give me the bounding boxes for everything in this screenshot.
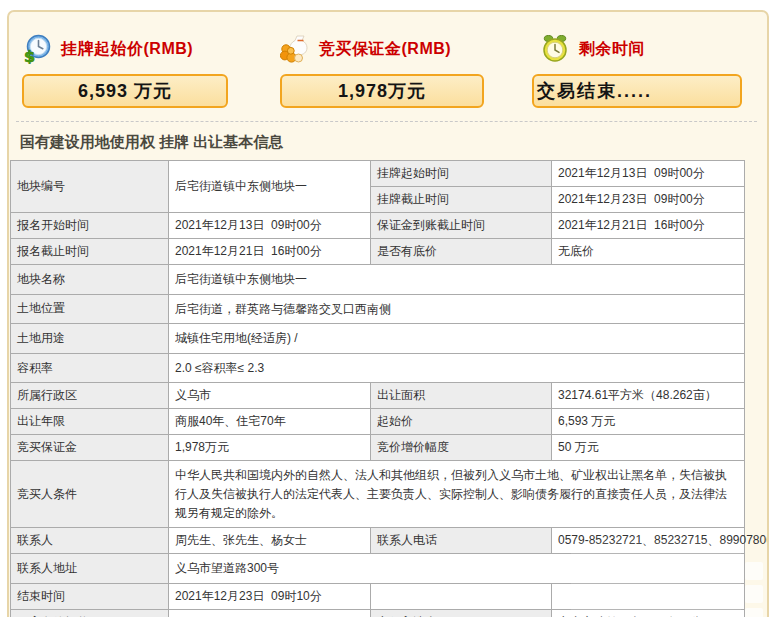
cell-value: 后宅街道镇中东侧地块一 — [169, 265, 745, 295]
table-row: 容积率2.0 ≤容积率≤ 2.3 — [11, 353, 745, 383]
cell-label: 最高有效报价 — [11, 609, 169, 617]
cell-value: 2021年12月13日 09时00分 — [552, 161, 745, 187]
cell-value: 商服40年、住宅70年 — [169, 409, 371, 435]
money-clock-icon: $ — [22, 34, 52, 64]
time-left-value-box: 交易结束..... — [532, 74, 742, 108]
cell-label: 容积率 — [11, 353, 169, 383]
cell-label: 报名截止时间 — [11, 239, 169, 265]
table-row: 地块编号后宅街道镇中东侧地块一挂牌起始时间2021年12月13日 09时00分 — [11, 161, 745, 187]
start-price-value-box: 6,593 万元 — [22, 74, 228, 108]
cell-value: 后宅街道，群英路与德馨路交叉口西南侧 — [169, 294, 745, 324]
cell-label: 竞价增价幅度 — [371, 435, 552, 461]
info-table: 地块编号后宅街道镇中东侧地块一挂牌起始时间2021年12月13日 09时00分挂… — [10, 160, 745, 617]
cell-value: 6,593 万元 — [552, 409, 745, 435]
table-row: 竞买保证金1,978万元竞价增价幅度50 万元 — [11, 435, 745, 461]
cell-label: 出让年限 — [11, 409, 169, 435]
coins-bag-icon — [280, 34, 310, 64]
watermark-block — [745, 608, 763, 617]
info-table-body: 地块编号后宅街道镇中东侧地块一挂牌起始时间2021年12月13日 09时00分挂… — [11, 161, 745, 617]
table-row: 联系人周先生、张先生、杨女士联系人电话0579-85232721、8523271… — [11, 528, 745, 554]
summary-time-left-label: 剩余时间 — [579, 39, 645, 60]
summary-start-price-header: $ 挂牌起始价(RMB) — [22, 32, 228, 66]
cell-label: 联系人 — [11, 528, 169, 554]
cell-label: 结束时间 — [11, 583, 169, 609]
summary-start-price: $ 挂牌起始价(RMB) 6,593 万元 — [22, 32, 228, 108]
deposit-value: 1,978万元 — [338, 79, 426, 103]
table-row: 出让年限商服40年、住宅70年起始价6,593 万元 — [11, 409, 745, 435]
cell-value: 后宅街道镇中东侧地块一 — [169, 161, 371, 213]
cell-value — [552, 583, 745, 609]
cell-value — [371, 583, 552, 609]
cell-label: 起始价 — [371, 409, 552, 435]
cell-label: 地块编号 — [11, 161, 169, 213]
cell-value: 2021年12月23日 09时00分 — [552, 187, 745, 213]
cell-label: 所属行政区 — [11, 383, 169, 409]
land-listing-panel: $ 挂牌起始价(RMB) 6,593 万元 — [7, 10, 769, 617]
deposit-value-box: 1,978万元 — [280, 74, 484, 108]
watermark-block — [745, 585, 763, 603]
cell-value: 2021年12月21日 16时00分 — [552, 213, 745, 239]
summary-row: $ 挂牌起始价(RMB) 6,593 万元 — [9, 12, 767, 108]
time-left-value: 交易结束..... — [537, 79, 652, 103]
watermark — [745, 562, 763, 617]
summary-deposit-label: 竞买保证金(RMB) — [319, 39, 451, 60]
table-row: 联系人地址义乌市望道路300号 — [11, 554, 745, 584]
cell-label: 竞得入选人 — [371, 609, 552, 617]
cell-value: 周先生、张先生、杨女士 — [169, 528, 371, 554]
table-row: 报名开始时间2021年12月13日 09时00分保证金到账截止时间2021年12… — [11, 213, 745, 239]
cell-label: 联系人地址 — [11, 554, 169, 584]
cell-value: 32174.61平方米（48.262亩） — [552, 383, 745, 409]
cell-label: 土地用途 — [11, 324, 169, 354]
table-row: 所属行政区义乌市出让面积32174.61平方米（48.262亩） — [11, 383, 745, 409]
cell-value: 无底价 — [552, 239, 745, 265]
summary-start-price-label: 挂牌起始价(RMB) — [61, 39, 193, 60]
cell-label: 是否有底价 — [371, 239, 552, 265]
table-row: 地块名称后宅街道镇中东侧地块一 — [11, 265, 745, 295]
cell-value: 0579-85232721、85232715、89907806 — [552, 528, 745, 554]
dashed-divider — [16, 121, 757, 122]
cell-label: 地块名称 — [11, 265, 169, 295]
cell-value: 1,978万元 — [169, 435, 371, 461]
cell-value: 2021年12月13日 09时00分 — [169, 213, 371, 239]
summary-time-left: 剩余时间 交易结束..... — [532, 32, 742, 108]
table-row: 结束时间2021年12月23日 09时10分 — [11, 583, 745, 609]
cell-value: 义乌市 — [169, 383, 371, 409]
cell-label: 竞买保证金 — [11, 435, 169, 461]
table-row: 报名截止时间2021年12月21日 16时00分是否有底价无底价 — [11, 239, 745, 265]
summary-time-left-header: 剩余时间 — [532, 32, 742, 66]
start-price-value: 6,593 万元 — [78, 79, 172, 103]
cell-label: 出让面积 — [371, 383, 552, 409]
table-row: 土地用途城镇住宅用地(经适房) / — [11, 324, 745, 354]
table-row: 土地位置后宅街道，群英路与德馨路交叉口西南侧 — [11, 294, 745, 324]
cell-value: 6,593 万元 — [169, 609, 371, 617]
cell-value: 2021年12月23日 09时10分 — [169, 583, 371, 609]
table-row: 最高有效报价6,593 万元竞得入选人义乌市建筑工务管理有限公司 — [11, 609, 745, 617]
summary-deposit: 竞买保证金(RMB) 1,978万元 — [280, 32, 484, 108]
cell-label: 报名开始时间 — [11, 213, 169, 239]
svg-text:$: $ — [24, 47, 35, 64]
cell-label: 土地位置 — [11, 294, 169, 324]
cell-value: 2021年12月21日 16时00分 — [169, 239, 371, 265]
cell-label: 挂牌起始时间 — [371, 161, 552, 187]
cell-label: 保证金到账截止时间 — [371, 213, 552, 239]
cell-label: 竞买人条件 — [11, 461, 169, 528]
cell-value: 2.0 ≤容积率≤ 2.3 — [169, 353, 745, 383]
cell-label: 挂牌截止时间 — [371, 187, 552, 213]
cell-label: 联系人电话 — [371, 528, 552, 554]
table-row: 竞买人条件中华人民共和国境内外的自然人、法人和其他组织，但被列入义乌市土地、矿业… — [11, 461, 745, 528]
summary-deposit-header: 竞买保证金(RMB) — [280, 32, 484, 66]
section-title: 国有建设用地使用权 挂牌 出让基本信息 — [20, 133, 767, 152]
cell-value: 义乌市望道路300号 — [169, 554, 745, 584]
cell-value: 中华人民共和国境内外的自然人、法人和其他组织，但被列入义乌市土地、矿业权出让黑名… — [169, 461, 745, 528]
cell-value: 50 万元 — [552, 435, 745, 461]
alarm-clock-icon — [540, 34, 570, 64]
watermark-block — [745, 562, 763, 580]
cell-value: 义乌市建筑工务管理有限公司 — [552, 609, 745, 617]
cell-value: 城镇住宅用地(经适房) / — [169, 324, 745, 354]
